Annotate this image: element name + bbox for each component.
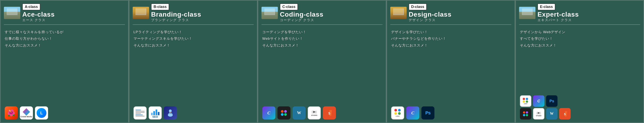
- icon-canva-d: C: [406, 106, 419, 119]
- color-d-label: color: [396, 115, 400, 117]
- icon-photoshop2-e: Ps: [546, 95, 558, 107]
- card-e-class: E-class Expert-class エキスパート クラス デザインから W…: [515, 0, 644, 123]
- figma-circles-c: [281, 110, 287, 116]
- color2-label-e: color: [524, 103, 527, 104]
- icon-studio2-e: STUDIO: [533, 108, 544, 119]
- card-header-b: B-class Branding-class ブランディング クラス: [130, 1, 257, 24]
- class-badge-d: D-class: [409, 4, 427, 10]
- class-title-ja-d: デザイン クラス: [409, 18, 452, 22]
- icon-studio-c: STUDIO: [308, 106, 321, 119]
- seo-bars: [151, 108, 160, 115]
- icons-row-c: C W: [262, 104, 382, 119]
- icon-lancers: L: [35, 106, 48, 119]
- card-body-b: LPライティングを学びたい！マーケティングスキルを学びたい！そんな方におススメ！: [130, 25, 257, 122]
- card-header-e: E-class Expert-class エキスパート クラス: [516, 1, 644, 24]
- icon-html5-c: 5: [323, 106, 336, 119]
- description-a: すでに様々なスキルを持っているが仕事の取り方がわからない！そんな方におススメ！: [5, 29, 124, 49]
- class-badge-b: B-class: [151, 4, 169, 10]
- class-title-en-a: Ace-class: [22, 11, 54, 18]
- class-badge-wrapper-a: A-class Ace-class エース クラス: [22, 4, 54, 22]
- icon-coconala: [5, 106, 18, 119]
- icon-color-d: color: [391, 106, 404, 119]
- color2-dots-e: [523, 98, 528, 103]
- header-titles-d: Design-class デザイン クラス: [409, 11, 452, 22]
- header-titles-c: Coding-class コーディング クラス: [280, 11, 324, 22]
- icons-row-e-bottom: STUDIO W 5: [520, 108, 639, 119]
- icon-figma2-e: [520, 108, 531, 119]
- class-badge-wrapper-e: E-class Expert-class エキスパート クラス: [538, 4, 579, 22]
- studio2-svg-e: [536, 111, 541, 115]
- card-b-class: B-class Branding-class ブランディング クラス LPライテ…: [129, 0, 258, 123]
- class-title-ja-e: エキスパート クラス: [538, 18, 579, 22]
- wordpress-svg-c: W: [295, 109, 303, 117]
- class-badge-e: E-class: [538, 4, 555, 10]
- lancers-inner: L: [36, 108, 46, 118]
- svg-text:W: W: [297, 110, 301, 115]
- icon-wordpress2-e: W: [546, 108, 558, 119]
- header-titles-b: Branding-class ブランディング クラス: [151, 11, 201, 22]
- header-titles-a: Ace-class エース クラス: [22, 11, 54, 22]
- description-b: LPライティングを学びたい！マーケティングスキルを学びたい！そんな方におススメ！: [134, 29, 253, 49]
- svg-point-1: [168, 113, 173, 117]
- icon-wordpress-c: W: [292, 106, 306, 119]
- icons-row-d: color C Ps: [391, 104, 510, 119]
- header-image-b: [133, 7, 149, 19]
- canva-d-label: C: [411, 110, 414, 116]
- icon-lp: [134, 106, 146, 119]
- lp-lines: [136, 110, 144, 116]
- class-badge-wrapper-b: B-class Branding-class ブランディング クラス: [151, 4, 201, 22]
- class-badge-wrapper-c: C-class Coding-class コーディング クラス: [280, 4, 324, 22]
- card-header-c: C-class Coding-class コーディング クラス: [258, 1, 386, 24]
- studio-svg-c: [311, 110, 317, 114]
- icon-crowdworks: Crowd Works: [20, 106, 33, 119]
- card-body-d: デザインを学びたい！バナーやチラシなどを作りたい！そんな方におススメ！ colo…: [387, 25, 514, 122]
- class-title-ja-b: ブランディング クラス: [151, 18, 201, 22]
- class-title-ja-c: コーディング クラス: [280, 18, 324, 22]
- icon-html52-e: 5: [559, 108, 570, 119]
- class-badge-c: C-class: [280, 4, 298, 10]
- icons-row-e-top: color C Ps: [520, 95, 639, 107]
- header-image-e: [519, 7, 536, 19]
- class-title-ja-a: エース クラス: [22, 18, 54, 22]
- description-e: デザインから Webデザインすべてを学びたい！そんな方におススメ！: [520, 29, 639, 49]
- class-title-en-c: Coding-class: [280, 11, 324, 18]
- canva-c-label: C: [268, 110, 270, 116]
- icon-figma-c: [278, 106, 290, 119]
- class-title-en-d: Design-class: [409, 11, 452, 18]
- icon-canva2-e: C: [533, 95, 544, 107]
- card-header-d: D-class Design-class デザイン クラス: [387, 1, 514, 24]
- canva2-label-e: C: [537, 99, 540, 103]
- icon-photoshop-d: Ps: [421, 106, 434, 119]
- description-d: デザインを学びたい！バナーやチラシなどを作りたい！そんな方におススメ！: [391, 29, 510, 49]
- icon-seo: SEO: [149, 106, 162, 119]
- icon-marketing: [164, 106, 177, 119]
- color-dots-d: [394, 109, 401, 115]
- class-title-en-b: Branding-class: [151, 11, 201, 18]
- card-d-class: D-class Design-class デザイン クラス デザインを学びたい！…: [386, 0, 515, 123]
- icons-row-a: Crowd Works L: [5, 104, 124, 119]
- studio2-label-e: STUDIO: [536, 115, 541, 116]
- icon-color2-e: color: [520, 95, 531, 107]
- figma2-circles-e: [523, 111, 528, 116]
- card-a-class: A-class Ace-class エース クラス すでに様々なスキルを持ってい…: [0, 0, 129, 123]
- class-badge-a: A-class: [22, 4, 40, 10]
- card-body-a: すでに様々なスキルを持っているが仕事の取り方がわからない！そんな方におススメ！ …: [0, 25, 128, 122]
- icons-rows-e: color C Ps: [520, 95, 639, 119]
- header-titles-e: Expert-class エキスパート クラス: [538, 11, 579, 22]
- studio-c-label: STUDIO: [311, 114, 317, 116]
- svg-text:5: 5: [564, 112, 566, 116]
- card-header-a: A-class Ace-class エース クラス: [0, 1, 128, 24]
- class-badge-wrapper-d: D-class Design-class デザイン クラス: [409, 4, 452, 22]
- html52-svg-e: 5: [562, 110, 568, 117]
- description-c: コーディングを学びたい！Webサイトを作りたい！そんな方におススメ！: [262, 29, 382, 49]
- svg-text:5: 5: [328, 112, 330, 115]
- wordpress2-svg-e: W: [548, 110, 555, 117]
- marketing-icon-svg: [166, 109, 174, 117]
- svg-text:W: W: [550, 111, 554, 116]
- class-title-en-e: Expert-class: [538, 11, 579, 18]
- seo-label: SEO: [152, 115, 158, 118]
- icons-row-b: SEO: [134, 104, 253, 119]
- header-image-a: [4, 7, 20, 19]
- header-image-d: [390, 7, 407, 19]
- card-body-c: コーディングを学びたい！Webサイトを作りたい！そんな方におススメ！ C W: [258, 25, 386, 122]
